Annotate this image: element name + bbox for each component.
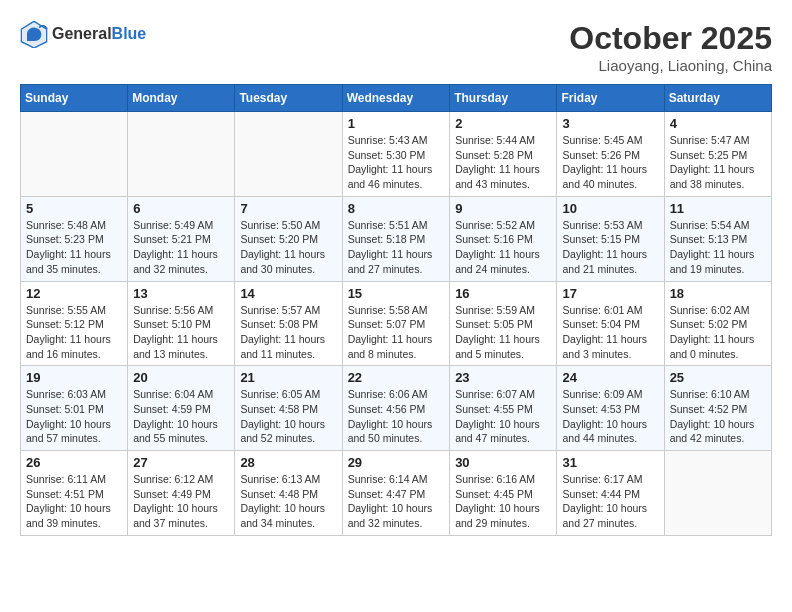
day-of-week-header: Monday	[128, 85, 235, 112]
day-number: 25	[670, 370, 766, 385]
day-number: 17	[562, 286, 658, 301]
day-info: Sunrise: 5:53 AM Sunset: 5:15 PM Dayligh…	[562, 218, 658, 277]
day-number: 24	[562, 370, 658, 385]
day-info: Sunrise: 5:44 AM Sunset: 5:28 PM Dayligh…	[455, 133, 551, 192]
calendar-cell: 12Sunrise: 5:55 AM Sunset: 5:12 PM Dayli…	[21, 281, 128, 366]
day-info: Sunrise: 5:54 AM Sunset: 5:13 PM Dayligh…	[670, 218, 766, 277]
day-info: Sunrise: 5:51 AM Sunset: 5:18 PM Dayligh…	[348, 218, 445, 277]
calendar-cell	[128, 112, 235, 197]
day-info: Sunrise: 6:11 AM Sunset: 4:51 PM Dayligh…	[26, 472, 122, 531]
day-number: 26	[26, 455, 122, 470]
day-number: 16	[455, 286, 551, 301]
calendar-cell: 22Sunrise: 6:06 AM Sunset: 4:56 PM Dayli…	[342, 366, 450, 451]
day-of-week-header: Sunday	[21, 85, 128, 112]
day-info: Sunrise: 6:03 AM Sunset: 5:01 PM Dayligh…	[26, 387, 122, 446]
day-number: 1	[348, 116, 445, 131]
calendar-cell: 9Sunrise: 5:52 AM Sunset: 5:16 PM Daylig…	[450, 196, 557, 281]
day-info: Sunrise: 6:01 AM Sunset: 5:04 PM Dayligh…	[562, 303, 658, 362]
calendar-cell	[664, 451, 771, 536]
day-info: Sunrise: 5:43 AM Sunset: 5:30 PM Dayligh…	[348, 133, 445, 192]
calendar-cell	[21, 112, 128, 197]
calendar-cell: 30Sunrise: 6:16 AM Sunset: 4:45 PM Dayli…	[450, 451, 557, 536]
day-number: 11	[670, 201, 766, 216]
day-number: 30	[455, 455, 551, 470]
calendar-week-row: 12Sunrise: 5:55 AM Sunset: 5:12 PM Dayli…	[21, 281, 772, 366]
calendar-cell: 29Sunrise: 6:14 AM Sunset: 4:47 PM Dayli…	[342, 451, 450, 536]
day-info: Sunrise: 6:04 AM Sunset: 4:59 PM Dayligh…	[133, 387, 229, 446]
day-number: 13	[133, 286, 229, 301]
day-info: Sunrise: 5:50 AM Sunset: 5:20 PM Dayligh…	[240, 218, 336, 277]
day-number: 5	[26, 201, 122, 216]
calendar-cell: 11Sunrise: 5:54 AM Sunset: 5:13 PM Dayli…	[664, 196, 771, 281]
day-of-week-header: Tuesday	[235, 85, 342, 112]
calendar-table: SundayMondayTuesdayWednesdayThursdayFrid…	[20, 84, 772, 536]
calendar-cell: 27Sunrise: 6:12 AM Sunset: 4:49 PM Dayli…	[128, 451, 235, 536]
day-number: 8	[348, 201, 445, 216]
day-number: 14	[240, 286, 336, 301]
day-info: Sunrise: 5:58 AM Sunset: 5:07 PM Dayligh…	[348, 303, 445, 362]
day-info: Sunrise: 5:57 AM Sunset: 5:08 PM Dayligh…	[240, 303, 336, 362]
calendar-week-row: 19Sunrise: 6:03 AM Sunset: 5:01 PM Dayli…	[21, 366, 772, 451]
day-number: 3	[562, 116, 658, 131]
calendar-week-row: 26Sunrise: 6:11 AM Sunset: 4:51 PM Dayli…	[21, 451, 772, 536]
day-number: 22	[348, 370, 445, 385]
calendar-week-row: 1Sunrise: 5:43 AM Sunset: 5:30 PM Daylig…	[21, 112, 772, 197]
calendar-cell: 14Sunrise: 5:57 AM Sunset: 5:08 PM Dayli…	[235, 281, 342, 366]
month-title: October 2025	[569, 20, 772, 57]
calendar-cell: 13Sunrise: 5:56 AM Sunset: 5:10 PM Dayli…	[128, 281, 235, 366]
day-number: 12	[26, 286, 122, 301]
calendar-cell: 23Sunrise: 6:07 AM Sunset: 4:55 PM Dayli…	[450, 366, 557, 451]
day-info: Sunrise: 6:10 AM Sunset: 4:52 PM Dayligh…	[670, 387, 766, 446]
calendar-cell: 24Sunrise: 6:09 AM Sunset: 4:53 PM Dayli…	[557, 366, 664, 451]
day-info: Sunrise: 6:09 AM Sunset: 4:53 PM Dayligh…	[562, 387, 658, 446]
day-info: Sunrise: 6:05 AM Sunset: 4:58 PM Dayligh…	[240, 387, 336, 446]
calendar-cell: 4Sunrise: 5:47 AM Sunset: 5:25 PM Daylig…	[664, 112, 771, 197]
day-info: Sunrise: 5:47 AM Sunset: 5:25 PM Dayligh…	[670, 133, 766, 192]
calendar-cell: 7Sunrise: 5:50 AM Sunset: 5:20 PM Daylig…	[235, 196, 342, 281]
day-number: 9	[455, 201, 551, 216]
calendar-cell: 25Sunrise: 6:10 AM Sunset: 4:52 PM Dayli…	[664, 366, 771, 451]
day-info: Sunrise: 6:12 AM Sunset: 4:49 PM Dayligh…	[133, 472, 229, 531]
page-header: GeneralBlue October 2025 Liaoyang, Liaon…	[20, 20, 772, 74]
day-number: 20	[133, 370, 229, 385]
day-number: 23	[455, 370, 551, 385]
day-info: Sunrise: 6:16 AM Sunset: 4:45 PM Dayligh…	[455, 472, 551, 531]
day-number: 6	[133, 201, 229, 216]
location: Liaoyang, Liaoning, China	[569, 57, 772, 74]
logo-icon	[20, 20, 48, 48]
day-info: Sunrise: 6:13 AM Sunset: 4:48 PM Dayligh…	[240, 472, 336, 531]
calendar-cell: 1Sunrise: 5:43 AM Sunset: 5:30 PM Daylig…	[342, 112, 450, 197]
day-number: 4	[670, 116, 766, 131]
calendar-cell: 28Sunrise: 6:13 AM Sunset: 4:48 PM Dayli…	[235, 451, 342, 536]
day-info: Sunrise: 5:48 AM Sunset: 5:23 PM Dayligh…	[26, 218, 122, 277]
day-number: 31	[562, 455, 658, 470]
day-info: Sunrise: 6:07 AM Sunset: 4:55 PM Dayligh…	[455, 387, 551, 446]
calendar-cell: 8Sunrise: 5:51 AM Sunset: 5:18 PM Daylig…	[342, 196, 450, 281]
calendar-cell: 2Sunrise: 5:44 AM Sunset: 5:28 PM Daylig…	[450, 112, 557, 197]
calendar-cell: 5Sunrise: 5:48 AM Sunset: 5:23 PM Daylig…	[21, 196, 128, 281]
day-of-week-header: Thursday	[450, 85, 557, 112]
day-of-week-header: Friday	[557, 85, 664, 112]
day-info: Sunrise: 5:52 AM Sunset: 5:16 PM Dayligh…	[455, 218, 551, 277]
calendar-cell	[235, 112, 342, 197]
calendar-cell: 20Sunrise: 6:04 AM Sunset: 4:59 PM Dayli…	[128, 366, 235, 451]
day-info: Sunrise: 6:17 AM Sunset: 4:44 PM Dayligh…	[562, 472, 658, 531]
day-info: Sunrise: 5:49 AM Sunset: 5:21 PM Dayligh…	[133, 218, 229, 277]
day-info: Sunrise: 5:45 AM Sunset: 5:26 PM Dayligh…	[562, 133, 658, 192]
logo: GeneralBlue	[20, 20, 146, 48]
day-of-week-header: Wednesday	[342, 85, 450, 112]
calendar-cell: 21Sunrise: 6:05 AM Sunset: 4:58 PM Dayli…	[235, 366, 342, 451]
calendar-cell: 16Sunrise: 5:59 AM Sunset: 5:05 PM Dayli…	[450, 281, 557, 366]
day-info: Sunrise: 5:59 AM Sunset: 5:05 PM Dayligh…	[455, 303, 551, 362]
calendar-cell: 17Sunrise: 6:01 AM Sunset: 5:04 PM Dayli…	[557, 281, 664, 366]
day-info: Sunrise: 5:56 AM Sunset: 5:10 PM Dayligh…	[133, 303, 229, 362]
day-of-week-header: Saturday	[664, 85, 771, 112]
logo-text: GeneralBlue	[52, 25, 146, 43]
calendar-cell: 10Sunrise: 5:53 AM Sunset: 5:15 PM Dayli…	[557, 196, 664, 281]
day-number: 7	[240, 201, 336, 216]
day-number: 2	[455, 116, 551, 131]
calendar-cell: 19Sunrise: 6:03 AM Sunset: 5:01 PM Dayli…	[21, 366, 128, 451]
calendar-cell: 31Sunrise: 6:17 AM Sunset: 4:44 PM Dayli…	[557, 451, 664, 536]
calendar-header-row: SundayMondayTuesdayWednesdayThursdayFrid…	[21, 85, 772, 112]
day-number: 21	[240, 370, 336, 385]
